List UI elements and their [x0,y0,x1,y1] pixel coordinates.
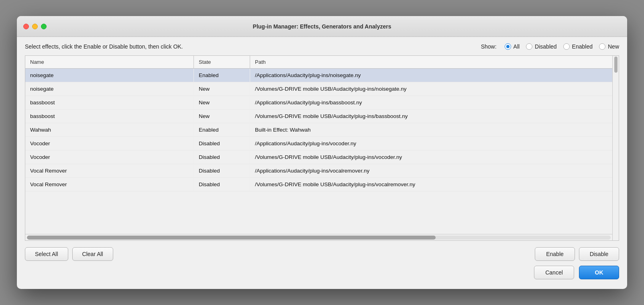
show-label: Show: [481,43,497,50]
minimize-button[interactable] [32,24,38,29]
table-row[interactable]: Vocal RemoverDisabled/Applications/Audac… [25,164,612,178]
left-buttons: Select All Clear All [25,247,113,261]
table-row[interactable]: noisegateNew/Volumes/G-DRIVE mobile USB/… [25,82,612,96]
row-path: /Applications/Audacity/plug-ins/vocoder.… [250,137,612,150]
radio-new[interactable]: New [599,43,619,50]
row-name: Wahwah [25,123,194,136]
table-header: Name State Path [25,56,612,69]
close-button[interactable] [23,24,29,29]
table-row[interactable]: Vocal RemoverDisabled/Volumes/G-DRIVE mo… [25,178,612,191]
window-controls [23,24,47,29]
radio-disabled-label[interactable]: Disabled [535,43,556,50]
table-row[interactable]: bassboostNew/Volumes/G-DRIVE mobile USB/… [25,110,612,123]
row-state: Enabled [194,123,250,136]
col-path-header: Path [250,56,612,68]
table-scroll[interactable]: noisegateEnabled/Applications/Audacity/p… [25,69,612,234]
row-name: Vocoder [25,137,194,150]
row-state: Disabled [194,164,250,177]
row-path: /Volumes/G-DRIVE mobile USB/Audacity/plu… [250,110,612,123]
table-wrapper: Name State Path noisegateEnabled/Applica… [25,55,619,241]
horizontal-scrollbar-area [25,234,612,240]
right-buttons: Enable Disable [535,247,619,261]
horizontal-scrollbar[interactable] [27,236,611,240]
row-state: Disabled [194,178,250,191]
plugin-manager-window: Plug-in Manager: Effects, Generators and… [17,16,627,289]
top-row: Select effects, click the Enable or Disa… [25,43,619,50]
radio-enabled-input[interactable] [563,43,570,50]
row-state: New [194,82,250,96]
row-state: Disabled [194,137,250,150]
row-state: New [194,96,250,109]
table-row[interactable]: bassboostNew/Applications/Audacity/plug-… [25,96,612,110]
vertical-scrollbar-area [612,56,619,240]
radio-disabled-input[interactable] [526,43,532,50]
button-row-2: Cancel OK [25,266,619,279]
row-name: noisegate [25,82,194,96]
table-row[interactable]: VocoderDisabled/Volumes/G-DRIVE mobile U… [25,150,612,164]
window-title: Plug-in Manager: Effects, Generators and… [253,23,391,30]
cancel-button[interactable]: Cancel [534,266,574,279]
select-all-button[interactable]: Select All [25,247,68,261]
row-path: /Applications/Audacity/plug-ins/bassboos… [250,96,612,109]
vertical-scrollbar-thumb[interactable] [614,57,618,73]
radio-enabled-label[interactable]: Enabled [572,43,593,50]
radio-new-label[interactable]: New [608,43,619,50]
row-state: Disabled [194,150,250,164]
table-row[interactable]: VocoderDisabled/Applications/Audacity/pl… [25,137,612,150]
col-state-header: State [194,56,250,68]
content-area: Select effects, click the Enable or Disa… [17,37,627,289]
radio-all[interactable]: All [505,43,520,50]
disable-button[interactable]: Disable [579,247,619,261]
row-name: Vocal Remover [25,164,194,177]
row-path: /Applications/Audacity/plug-ins/noisegat… [250,69,612,82]
radio-new-input[interactable] [599,43,605,50]
radio-all-label[interactable]: All [514,43,520,50]
maximize-button[interactable] [41,24,47,29]
radio-all-input[interactable] [505,43,511,50]
clear-all-button[interactable]: Clear All [72,247,113,261]
table-row[interactable]: WahwahEnabledBuilt-in Effect: Wahwah [25,123,612,137]
horizontal-scrollbar-thumb[interactable] [27,236,436,240]
enable-button[interactable]: Enable [535,247,575,261]
row-state: New [194,110,250,123]
col-name-header: Name [25,56,194,68]
row-name: noisegate [25,69,194,82]
bottom-section: Select All Clear All Enable Disable Canc… [25,241,619,283]
row-path: /Volumes/G-DRIVE mobile USB/Audacity/plu… [250,150,612,164]
table-row[interactable]: noisegateEnabled/Applications/Audacity/p… [25,69,612,82]
row-name: Vocal Remover [25,178,194,191]
show-section: Show: All Disabled Enabled New [481,43,619,50]
instructions-text: Select effects, click the Enable or Disa… [25,43,183,50]
row-path: /Volumes/G-DRIVE mobile USB/Audacity/plu… [250,178,612,191]
row-path: /Applications/Audacity/plug-ins/vocalrem… [250,164,612,177]
button-row-1: Select All Clear All Enable Disable [25,247,619,261]
row-state: Enabled [194,69,250,82]
row-path: Built-in Effect: Wahwah [250,123,612,136]
row-name: Vocoder [25,150,194,164]
row-name: bassboost [25,110,194,123]
radio-enabled[interactable]: Enabled [563,43,593,50]
row-path: /Volumes/G-DRIVE mobile USB/Audacity/plu… [250,82,612,96]
table-main: Name State Path noisegateEnabled/Applica… [25,56,612,240]
ok-button[interactable]: OK [579,266,619,279]
row-name: bassboost [25,96,194,109]
radio-disabled[interactable]: Disabled [526,43,556,50]
titlebar: Plug-in Manager: Effects, Generators and… [17,16,627,37]
